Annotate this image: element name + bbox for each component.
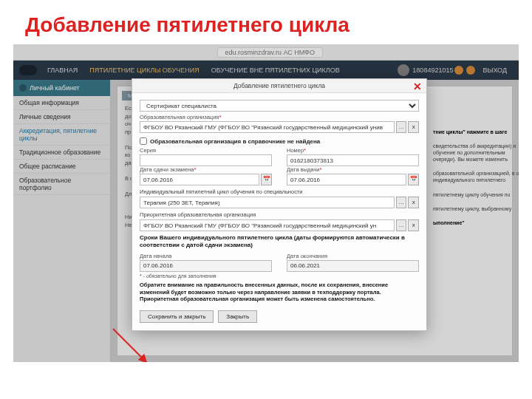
screenshot-area: edu.rosminzdrav.ru АС НМФО ГЛАВНАЯ ПЯТИЛ…: [13, 44, 519, 362]
specialty-input[interactable]: [140, 197, 395, 208]
org-clear-button[interactable]: x: [408, 121, 419, 133]
org-label: Образовательная организация: [140, 114, 419, 120]
doc-type-select[interactable]: Сертификат специалиста: [140, 100, 419, 112]
slide-title: Добавление пятилетнего цикла: [0, 0, 532, 44]
add-cycle-modal: Добавление пятилетнего цикла ✕ Сертифика…: [132, 78, 427, 331]
org-not-found-checkbox[interactable]: [140, 137, 147, 145]
modal-title: Добавление пятилетнего цикла: [233, 82, 325, 89]
org-lookup-button[interactable]: …: [396, 121, 407, 133]
org-not-found-label: Образовательная организация в справочник…: [150, 138, 320, 145]
specialty-lookup-button[interactable]: …: [396, 197, 407, 208]
exam-date-input[interactable]: [140, 174, 259, 185]
close-icon[interactable]: ✕: [413, 81, 422, 92]
specialty-section-label: Индивидуальный пятилетний цикл обучения …: [140, 188, 419, 195]
calendar-icon-2[interactable]: 📅: [408, 174, 419, 185]
calendar-icon[interactable]: 📅: [261, 174, 272, 185]
modal-title-bar: Добавление пятилетнего цикла ✕: [132, 79, 426, 93]
priority-org-label: Приоритетная образовательная организация: [140, 211, 419, 218]
cycle-end-input: [287, 260, 419, 272]
required-note: * - обязательно для заполнения: [140, 273, 419, 279]
series-input[interactable]: [140, 154, 272, 166]
cycle-dates-note: Сроки Вашего индивидуального пятилетнего…: [140, 234, 419, 250]
cycle-start-label: Дата начала: [140, 253, 272, 259]
cycle-start-input: [140, 260, 272, 272]
number-input[interactable]: [287, 154, 419, 166]
exam-date-label: Дата сдачи экзамена: [140, 166, 272, 173]
priority-clear-button[interactable]: x: [408, 219, 419, 231]
specialty-clear-button[interactable]: x: [408, 197, 419, 208]
save-and-close-button[interactable]: Сохранить и закрыть: [140, 310, 214, 323]
org-input[interactable]: [140, 121, 395, 133]
issue-date-input[interactable]: [287, 174, 406, 185]
number-label: Номер: [287, 147, 419, 154]
issue-date-label: Дата выдачи: [287, 166, 419, 173]
cycle-end-label: Дата окончания: [287, 253, 419, 259]
priority-lookup-button[interactable]: …: [396, 219, 407, 231]
warning-note: Обратите внимание на правильность внесен…: [140, 282, 419, 303]
priority-org-input[interactable]: [140, 219, 395, 231]
close-button[interactable]: Закрыть: [218, 310, 257, 323]
series-label: Серия: [140, 147, 272, 154]
